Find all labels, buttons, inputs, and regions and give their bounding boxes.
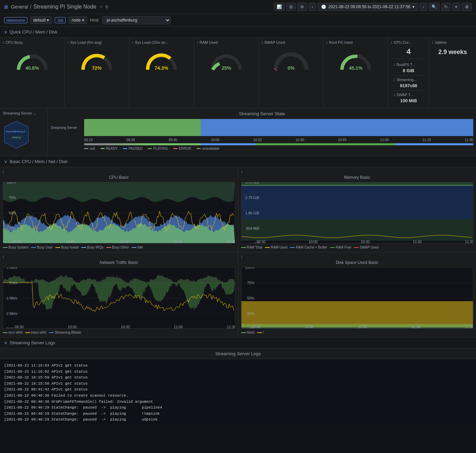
datasource-label[interactable]: datasource [4, 17, 27, 23]
info-icon[interactable]: ℹ [3, 170, 4, 174]
root-fs-card: ℹ Root FS Used 45.1% [323, 38, 388, 108]
info-icon[interactable]: ℹ [67, 41, 69, 44]
streaming-left: Streaming Server ... praschaffenburg.it.… [0, 108, 48, 156]
logs-section-header[interactable]: ∨ Streaming Server Logs [0, 337, 476, 348]
log-line: [2021-08-22 09:40:30 drmPrimeFDToHandle(… [4, 399, 472, 405]
sys-load-15m-gauge: 74.3% [132, 46, 191, 73]
legend-playing: PLAYING [148, 147, 168, 150]
streaming-panel: Streaming Server ... praschaffenburg.it.… [0, 108, 476, 156]
default-select[interactable]: default ▾ [30, 16, 52, 24]
hex-container: praschaffenburg.it... playing [3, 119, 30, 150]
dashboard-button[interactable]: ⊞ [286, 3, 296, 11]
logs-title: Streaming Server Logs [0, 348, 476, 359]
host-select[interactable]: pi-aschaffenburg [102, 16, 171, 24]
settings-button[interactable]: ⚙ [297, 3, 307, 11]
cpu-chart-area [3, 182, 235, 243]
sys-load-5m-title: Sys Load (5m avg) [70, 40, 102, 44]
info-icon[interactable]: ℹ [132, 41, 133, 44]
cpu-chart-title: CPU Basic [3, 175, 235, 180]
log-line: [2021-08-22 09:41:42 APIv1 get status [4, 387, 472, 393]
ram-used-gauge: 25% [197, 46, 256, 73]
svg-text:74.3%: 74.3% [155, 65, 169, 71]
info-icon[interactable]: ℹ [241, 170, 242, 174]
uptime-card: ℹ Uptime 2.9 weeks [429, 38, 476, 108]
nav-right-button[interactable]: › [420, 3, 427, 11]
right-stats-group: ℹ CPU Cor... 4 ℹ RootFS T... 8 GiB ℹ Str… [388, 38, 429, 108]
network-legend: recv eth0 trans eth0 Streaming Bitrate [3, 331, 235, 334]
legend-unavailable: unavailable [197, 147, 220, 150]
swap-used-title: SWAP Used [264, 40, 285, 44]
basic-section-header[interactable]: ∨ Basic CPU / Mem / Net / Disk [0, 156, 476, 167]
chevron-icon: ∨ [4, 340, 8, 345]
quick-section-title: Quick CPU / Mem / Disk [10, 29, 57, 35]
log-line: [2021-08-22 11:16:02 APIv1 get status [4, 369, 472, 375]
legend-ready: READY [101, 147, 118, 150]
svg-marker-6 [4, 121, 28, 148]
streaming-right: Streaming Server State Streaming Server … [48, 108, 476, 156]
ready-color [101, 148, 105, 149]
legend-error: ERROR [173, 147, 191, 150]
ram-used-title: RAM Used [200, 40, 218, 44]
job-label[interactable]: Job [55, 17, 66, 23]
network-chart-title: Network Traffic Basic [3, 260, 235, 265]
share-icon[interactable]: ⎘ [106, 4, 108, 9]
svg-text:25%: 25% [222, 65, 232, 71]
sys-load-5m-card: ℹ Sys Load (5m avg) 72% [65, 38, 129, 108]
chevron-icon: ∨ [4, 159, 8, 164]
streaming-row-label: Streaming Server [51, 126, 81, 130]
rootfs-t-card: ℹ RootFS T... 8 GiB [391, 61, 426, 76]
breadcrumb-separator: / [30, 4, 31, 10]
rootfs-t-value: 8 GiB [394, 68, 423, 73]
chevron-icon: ∨ [4, 29, 8, 35]
info-icon[interactable]: ℹ [241, 255, 242, 259]
graph-button[interactable]: 📊 [274, 3, 285, 11]
cpu-basic-panel: ℹ CPU Basic Busy System Busy User Busy I… [0, 167, 238, 252]
time-range[interactable]: 🕐 2021-08-22 09:08:56 to 2021-08-22 11:3… [317, 3, 418, 11]
nav-left-button[interactable]: ‹ [308, 3, 316, 11]
info-icon[interactable]: ℹ [3, 41, 4, 44]
memory-legend: RAM Total RAM Used RAM Cache + Buffer RA… [241, 245, 474, 249]
swap-used-gauge: 0% [262, 46, 320, 73]
memory-basic-panel: ℹ Memory Basic RAM Total RAM Used RAM Ca… [238, 167, 476, 252]
legend-boot: /boot [241, 331, 254, 334]
info-icon[interactable]: ℹ [432, 41, 433, 44]
info-icon[interactable]: ℹ [394, 78, 395, 82]
cpu-cores-title: CPU Cor... [394, 40, 412, 44]
refresh-button[interactable]: ↻ [441, 3, 451, 11]
cpu-cores-value: 4 [391, 47, 426, 56]
legend-ram-total: RAM Total [241, 245, 263, 249]
chevron-down-icon: ▾ [412, 4, 414, 9]
sys-load-15m-title: Sys Load (15m av... [135, 40, 168, 44]
playing-color [148, 148, 152, 149]
info-icon[interactable]: ℹ [197, 41, 198, 44]
legend-null: null [84, 147, 95, 150]
svg-text:praschaffenburg.it...: praschaffenburg.it... [6, 130, 27, 133]
info-icon[interactable]: ℹ [394, 93, 395, 97]
zoom-out-button[interactable]: 🔍 [428, 3, 440, 11]
state-timeline-bar [84, 119, 473, 136]
info-icon[interactable]: ℹ [394, 63, 395, 67]
svg-text:72%: 72% [92, 65, 102, 71]
info-icon[interactable]: ℹ [326, 41, 328, 44]
legend-row: null READY PAUSED PLAYING ERROR unavaila… [84, 147, 473, 150]
legend-idle: Idle [132, 245, 143, 249]
node-select[interactable]: node ▾ [68, 16, 87, 24]
apps-icon[interactable]: ⊞ [4, 4, 8, 10]
state-color-bar [84, 143, 473, 145]
quick-section-header[interactable]: ∨ Quick CPU / Mem / Disk [0, 27, 476, 38]
refresh-dropdown[interactable]: ▾ [452, 3, 460, 11]
tv-button[interactable]: 🖥 [462, 3, 472, 11]
logs-section-title: Streaming Server Logs [10, 340, 55, 345]
cpu-legend: Busy System Busy User Busy Iowait Busy I… [3, 245, 235, 249]
root-fs-gauge: 45.1% [326, 46, 385, 73]
star-icon[interactable]: ☆ [99, 4, 103, 9]
breadcrumb-root[interactable]: General [11, 4, 28, 10]
info-icon[interactable]: ℹ [262, 41, 263, 44]
playing-segment [201, 119, 473, 136]
info-icon[interactable]: ℹ [3, 255, 4, 259]
streaming-value: 9197c88 [394, 83, 423, 88]
legend-ram-used: RAM Used [265, 245, 287, 249]
network-chart-area [3, 267, 235, 329]
network-panel: ℹ Network Traffic Basic recv eth0 trans … [0, 252, 238, 337]
info-icon[interactable]: ℹ [391, 41, 392, 44]
